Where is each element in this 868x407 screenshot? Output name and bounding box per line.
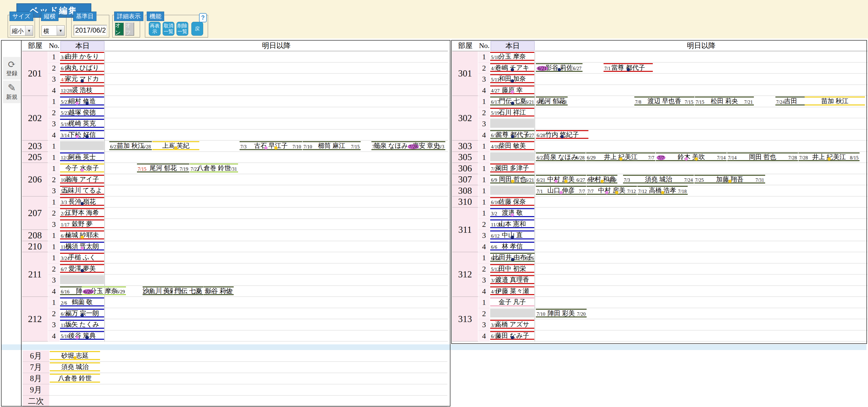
patient-today-cell[interactable]: 下松 好信3/14: [60, 130, 104, 139]
vacant-today-cell[interactable]: [490, 119, 534, 128]
patient-today-cell[interactable]: 阿蘓 英士12/28: [60, 152, 104, 162]
stay-bar[interactable]: 沙魚川 美彩季7/107/15: [143, 286, 173, 295]
chevron-down-icon[interactable]: ▼: [25, 26, 33, 35]
patient-today-cell[interactable]: 横須 晋太朗11/16: [60, 242, 104, 251]
patient-today-cell[interactable]: 田中 初栄5/12: [490, 264, 534, 273]
base-date-input[interactable]: [73, 25, 107, 36]
patient-today-cell[interactable]: 若海 アイ子10/29: [60, 175, 104, 184]
waiting-patient-cell[interactable]: 八倉巻 鈴世: [50, 374, 100, 383]
stay-bar[interactable]: 中村 和典6/276/29: [587, 175, 617, 184]
patient-today-cell[interactable]: 石川 祥江5/19: [490, 108, 534, 117]
patient-today-cell[interactable]: 藤原 幸4/27: [490, 85, 534, 94]
stay-bar[interactable]: 櫛筒 麻江7/107/15: [303, 141, 361, 150]
stay-bar[interactable]: 筒泉 なほみ6/226/28: [536, 152, 586, 162]
stay-bar[interactable]: 中村 房美7/77/12: [587, 186, 637, 195]
stay-bar[interactable]: 松田 莉央7/157/21: [695, 96, 754, 106]
patient-today-cell[interactable]: 細村 修造5/23: [60, 96, 104, 106]
stay-bar[interactable]: 分玉 摩奈6/206/29: [82, 286, 126, 295]
orientation-select[interactable]: 横 ▼: [41, 25, 65, 36]
vacant-today-cell[interactable]: [490, 309, 534, 318]
stay-bar[interactable]: 八倉巻 鈴世7/227/31: [190, 164, 238, 172]
stay-bar[interactable]: 高橋 浩孝7/127/18: [638, 186, 688, 195]
stay-bar[interactable]: 井上 紀美江6/297/7: [586, 152, 655, 162]
patient-today-cell[interactable]: 佐藤 保奈6/16: [490, 197, 534, 206]
stay-bar[interactable]: 吉田7/24: [775, 96, 806, 106]
stay-bar[interactable]: 尾河 郁花6/236/28: [536, 96, 568, 106]
stay-bar[interactable]: 影谷 莉佐7/217/27: [204, 286, 234, 295]
vacant-today-cell[interactable]: [490, 186, 534, 195]
patient-today-cell[interactable]: 渡邉 敬3/2: [490, 208, 534, 217]
patient-today-cell[interactable]: 五味川 てるよ5/30: [60, 186, 104, 195]
stay-bar[interactable]: 苗加 秋江6/236/28: [109, 141, 152, 150]
stay-bar[interactable]: 渡辺 早也香7/87/15: [634, 96, 694, 106]
vacant-today-cell[interactable]: [490, 152, 534, 162]
stay-bar[interactable]: 山口 伸彦7/17/7: [536, 186, 586, 195]
stay-bar[interactable]: 當尊 都代子7/1: [603, 63, 653, 72]
vacant-today-cell[interactable]: [60, 275, 104, 284]
patient-today-cell[interactable]: 渡邉 真理香3/30: [490, 275, 534, 284]
stay-bar[interactable]: 竹内 悠紀子6/28: [536, 130, 588, 139]
stay-bar[interactable]: 陣田 彩美7/107/20: [536, 309, 587, 318]
stay-bar[interactable]: 尾河 郁花7/157/19: [137, 164, 189, 172]
patient-today-cell[interactable]: 林 孝信6/6: [490, 242, 534, 251]
stay-bar[interactable]: 筒泉 なほみ7/22: [371, 141, 410, 150]
waiting-patient-cell[interactable]: 砂堀 志延: [50, 351, 100, 360]
stay-bar[interactable]: 上嶌 芙紀: [152, 141, 199, 150]
patient-today-cell[interactable]: 柴田 敏美4/10: [490, 141, 534, 150]
stay-bar[interactable]: 影谷 莉佐6/216/27: [536, 63, 583, 72]
patient-today-cell[interactable]: 山本 憲和11/28: [490, 220, 534, 228]
patient-today-cell[interactable]: 後谷 篤典5/16: [60, 331, 104, 340]
new-button[interactable]: ✎ 新規: [3, 81, 21, 103]
patient-today-cell[interactable]: 坂矢 たくみ11/18: [60, 320, 104, 329]
patient-today-cell[interactable]: 由井 かをり3/4: [60, 52, 104, 61]
stay-bar[interactable]: 比田井 由布子6/146/26: [490, 253, 535, 262]
register-button[interactable]: ⟳ 登録: [3, 57, 21, 80]
patient-today-cell[interactable]: 分玉 摩奈5/18: [490, 52, 534, 61]
patient-today-cell[interactable]: 手槌 ふく3/24: [60, 253, 104, 262]
stay-bar[interactable]: 須堯 城治7/37/24: [623, 175, 694, 184]
patient-today-cell[interactable]: 鶴薗 敬2/6: [60, 297, 104, 307]
patient-today-cell[interactable]: 内丸 ひばり6/18: [60, 63, 104, 72]
patient-today-cell[interactable]: 伊藤 菜々瀬4/11: [490, 286, 534, 295]
stay-bar[interactable]: 加藤 翔吾7/257/31: [694, 175, 765, 184]
patient-today-cell[interactable]: 楠城 紗耶未6/14: [60, 230, 104, 239]
stay-bar[interactable]: 古石 早江子7/37/10: [240, 141, 302, 150]
help-button[interactable]: ?: [199, 13, 207, 22]
patient-today-cell[interactable]: 藤田 なみ子6/14: [490, 331, 534, 340]
patient-today-cell[interactable]: 裘 浩枝12/28: [60, 85, 104, 94]
stay-bar[interactable]: 當尊 都代子6/156/27: [490, 130, 535, 139]
stay-bar[interactable]: 門伝 七夏7/157/21: [173, 286, 204, 295]
refresh-button[interactable]: 再表示: [149, 22, 161, 36]
patient-today-cell[interactable]: 梶崎 英克5/19: [60, 119, 104, 128]
patient-today-cell[interactable]: 今子 水奈子: [60, 164, 104, 172]
stay-bar[interactable]: 井上 紀美江7/288/15: [799, 152, 860, 162]
stay-bar[interactable]: 苗加 秋江: [805, 96, 865, 106]
stay-bar[interactable]: 鈴木 美吹7/77/14: [656, 152, 727, 162]
patient-today-cell[interactable]: 福万 宗一朗6/20: [60, 309, 104, 318]
patient-today-cell[interactable]: 穀野 夢1/17: [60, 220, 104, 228]
stay-bar[interactable]: 岡田 哲也6/96/21: [490, 175, 535, 184]
patient-today-cell[interactable]: 巻嶋 チアキ4/3: [490, 63, 534, 72]
patient-today-cell[interactable]: 高橋 アズサ3/31: [490, 320, 534, 329]
patient-today-cell[interactable]: 金子 凡子: [490, 297, 534, 307]
chevron-down-icon[interactable]: ▼: [57, 26, 64, 35]
size-select[interactable]: 縮小 ▼: [10, 25, 33, 36]
vacant-today-cell[interactable]: [60, 141, 104, 150]
patient-today-cell[interactable]: 家元 マドカ4/3: [60, 74, 104, 83]
patient-today-cell[interactable]: 長沖 嶺花3/3: [60, 197, 104, 206]
patient-today-cell[interactable]: 中山 直6/12: [490, 230, 534, 239]
patient-today-cell[interactable]: 江野本 海希2/22: [60, 208, 104, 217]
stay-bar[interactable]: 廣安 章史7/288/3: [407, 141, 445, 150]
stay-bar[interactable]: 岡田 哲也7/147/28: [727, 152, 798, 162]
delete-list-button[interactable]: 削除一覧: [177, 22, 188, 36]
back-button[interactable]: 戻: [191, 22, 203, 36]
detail-on-button[interactable]: オン: [115, 22, 124, 36]
detail-off-button[interactable]: オフ: [125, 22, 134, 36]
patient-today-cell[interactable]: 越塚 俊徳5/23: [60, 108, 104, 117]
patient-today-cell[interactable]: 和田 加奈5/11: [490, 74, 534, 83]
stay-bar[interactable]: 門伝 七夏6/176/21: [490, 96, 535, 106]
stay-bar[interactable]: 中村 房美6/216/27: [536, 175, 586, 184]
cancel-list-button[interactable]: 取消一覧: [163, 22, 175, 36]
waiting-patient-cell[interactable]: 須堯 城治: [50, 362, 100, 371]
patient-today-cell[interactable]: 愛澤 夢美6/7: [60, 264, 104, 273]
